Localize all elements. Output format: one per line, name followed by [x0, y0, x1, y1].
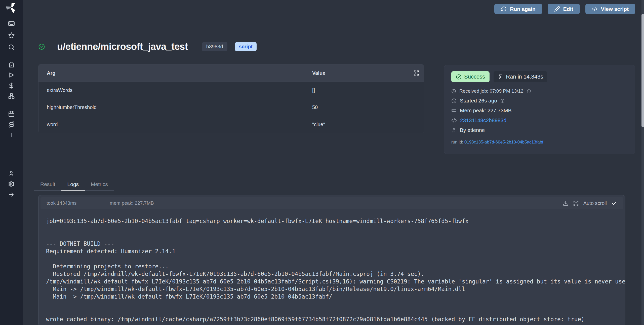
sidebar-item-create[interactable] — [0, 130, 23, 140]
log-panel: took 14343ms mem peak: 227.7MB Auto scro… — [38, 195, 625, 325]
author-label: By etienne — [460, 127, 485, 133]
clock-icon — [451, 89, 456, 94]
view-script-label: View script — [601, 6, 629, 12]
status-panel: Success Ran in 14.343s Received job: 07:… — [444, 65, 635, 154]
arg-name: highNumberThreshold — [38, 104, 310, 110]
info-icon[interactable] — [527, 89, 531, 93]
run-id-link[interactable]: 0193c135-ab7d-60e5-2b10-04b5ac13fabf — [464, 140, 543, 145]
mem-peak-row: Mem peak: 227.73MB — [451, 107, 628, 114]
run-id-row: run id: 0193c135-ab7d-60e5-2b10-04b5ac13… — [451, 140, 628, 145]
code-icon — [451, 118, 457, 123]
info-icon[interactable] — [500, 99, 505, 103]
table-row: highNumberThreshold 50 — [38, 99, 424, 116]
col-arg: Arg — [38, 70, 310, 76]
sidebar-item-favorites[interactable] — [0, 29, 23, 41]
user-icon — [8, 170, 15, 177]
sidebar-item-expand[interactable] — [0, 189, 23, 200]
resources-boxes-icon — [8, 93, 15, 100]
run-id-label: run id: — [451, 140, 463, 145]
result-tabs: Result Logs Metrics — [34, 179, 114, 191]
search-icon — [8, 44, 15, 51]
expand-logs-button[interactable] — [573, 200, 579, 206]
duration-label: Ran in 14.343s — [506, 74, 543, 80]
expand-args-button[interactable] — [413, 70, 419, 76]
table-row: extraWords [] — [38, 82, 424, 99]
apps-icon — [8, 20, 15, 27]
arg-value: "clue" — [310, 122, 424, 127]
check-icon — [611, 200, 617, 206]
tab-metrics[interactable]: Metrics — [85, 179, 114, 191]
script-hash-link[interactable]: 23131148c2b8983d — [460, 117, 506, 123]
started-row: Started 26s ago — [451, 98, 628, 104]
arg-name: word — [38, 122, 310, 127]
run-again-button[interactable]: Run again — [494, 4, 542, 14]
received-job-label: Received job: 07:09 PM 13/12 — [459, 88, 524, 94]
log-mem-peak: mem peak: 227.7MB — [110, 200, 154, 206]
sidebar-item-workers[interactable] — [0, 119, 23, 130]
args-table: Arg Value extraWords [] highNumberThresh… — [38, 64, 424, 133]
mem-peak-label: Mem peak: 227.73MB — [460, 107, 511, 114]
auto-scroll-toggle[interactable] — [611, 200, 617, 206]
run-again-label: Run again — [510, 6, 536, 12]
tab-logs[interactable]: Logs — [61, 179, 85, 191]
page-title: u/etienne/microsoft_java_test — [57, 41, 188, 52]
script-badge: script — [235, 42, 257, 51]
edit-button[interactable]: Edit — [548, 4, 580, 14]
log-header: took 14343ms mem peak: 227.7MB Auto scro… — [41, 197, 623, 209]
script-hash-row: 23131148c2b8983d — [451, 117, 628, 123]
schedules-calendar-icon — [8, 111, 15, 117]
status-badge: Success — [451, 71, 490, 82]
top-actions: Run again Edit View script — [494, 4, 635, 14]
started-label: Started 26s ago — [460, 98, 497, 104]
col-value: Value — [310, 70, 424, 76]
sidebar-item-home[interactable] — [0, 59, 23, 70]
settings-gear-icon — [8, 181, 15, 187]
tab-result[interactable]: Result — [34, 179, 61, 191]
user-icon — [451, 128, 457, 133]
auto-scroll-label: Auto scroll — [583, 200, 607, 206]
download-logs-button[interactable] — [563, 200, 569, 206]
sidebar-item-search[interactable] — [0, 41, 23, 53]
code-icon — [592, 6, 598, 12]
sidebar-divider — [0, 56, 23, 56]
received-job-row: Received job: 07:09 PM 13/12 — [451, 88, 628, 94]
log-content[interactable]: job=0193c135-ab7d-60e5-2b10-04b5ac13fabf… — [38, 211, 625, 325]
sidebar-item-runs[interactable] — [0, 70, 23, 80]
duration-chip: Ran in 14.343s — [494, 71, 547, 82]
status-label: Success — [464, 74, 485, 80]
sidebar-item-settings[interactable] — [0, 179, 23, 189]
author-row: By etienne — [451, 127, 628, 133]
sidebar-item-apps[interactable] — [0, 18, 23, 29]
favorites-star-icon — [8, 32, 15, 39]
sidebar-item-variables[interactable] — [0, 80, 23, 91]
runs-play-icon — [8, 72, 15, 78]
clock-icon — [451, 98, 457, 103]
sidebar-item-resources[interactable] — [0, 91, 23, 101]
refresh-icon — [501, 6, 507, 12]
memory-icon — [451, 108, 457, 113]
circle-check-icon — [456, 74, 462, 80]
expand-icon — [413, 70, 419, 76]
edit-label: Edit — [563, 6, 573, 12]
hourglass-icon — [498, 74, 503, 80]
windmill-logo[interactable] — [0, 0, 23, 15]
sidebar-item-schedules[interactable] — [0, 109, 23, 119]
sidebar-item-user[interactable] — [0, 168, 23, 179]
sidebar — [0, 0, 23, 325]
download-icon — [563, 200, 569, 206]
log-took: took 14343ms — [47, 200, 76, 206]
args-table-header: Arg Value — [38, 64, 424, 82]
scrollbar-thumb[interactable] — [641, 14, 644, 127]
page-scrollbar[interactable] — [641, 0, 644, 325]
variables-dollar-icon — [8, 82, 15, 89]
arg-value: 50 — [310, 104, 424, 110]
view-script-button[interactable]: View script — [585, 4, 635, 14]
create-plus-icon — [8, 132, 14, 138]
pencil-icon — [554, 6, 560, 12]
table-row: word "clue" — [38, 116, 424, 133]
workers-route-icon — [8, 121, 15, 128]
success-check-icon — [38, 43, 45, 50]
expand-arrow-icon — [8, 191, 15, 198]
hash-badge: b8983d — [202, 42, 227, 51]
expand-icon — [573, 200, 579, 206]
